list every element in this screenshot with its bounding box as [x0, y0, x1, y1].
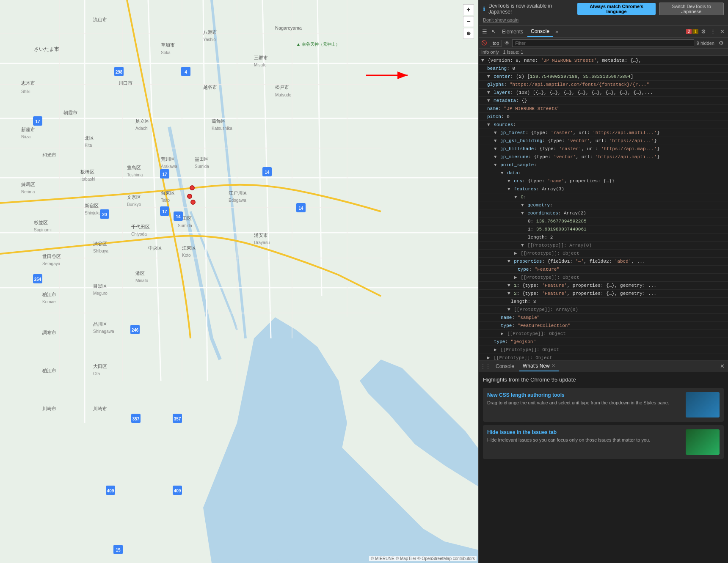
info-icon: ℹ [483, 5, 485, 12]
svg-text:Sumida: Sumida [178, 223, 192, 228]
settings-icon[interactable]: ⚙ [699, 27, 708, 36]
vertical-dots-icon[interactable]: ⋮ [709, 27, 717, 36]
console-line: center: (2) [139.7549002397188, 35.68231… [479, 73, 728, 81]
svg-text:357: 357 [174, 417, 181, 421]
svg-text:朝霞市: 朝霞市 [63, 110, 77, 115]
expand-icon[interactable] [494, 162, 497, 168]
news-card-title-1[interactable]: New CSS length authoring tools [487, 392, 681, 398]
whats-new-content: Highlights from the Chrome 95 update New… [479, 372, 728, 563]
devtools-toolbar: ☰ ↖ Elements Console » 2 1 ⚙ ⋮ ✕ [479, 26, 728, 38]
console-line: type: "geojson" [479, 338, 728, 346]
menu-icon[interactable]: ☰ [480, 27, 489, 36]
expand-icon[interactable] [494, 154, 497, 159]
tab-console[interactable]: Console [527, 27, 553, 37]
expand-icon[interactable] [507, 187, 510, 192]
expand-icon[interactable] [487, 98, 490, 103]
svg-text:Setagaya: Setagaya [42, 261, 61, 266]
recenter-button[interactable]: ⊕ [463, 28, 474, 39]
expand-icon[interactable] [514, 275, 517, 280]
console-settings-icon[interactable]: ⚙ [717, 39, 725, 47]
hidden-count: 9 hidden [697, 41, 714, 46]
console-line: coordinates: Array(2) [479, 209, 728, 217]
svg-text:Urayasu: Urayasu [254, 240, 270, 245]
expand-icon[interactable] [494, 138, 497, 143]
expand-icon[interactable] [507, 307, 510, 312]
expand-icon[interactable] [487, 355, 490, 360]
tab-elements[interactable]: Elements [499, 27, 527, 36]
svg-text:20: 20 [102, 212, 107, 217]
expand-icon[interactable] [494, 347, 497, 352]
svg-text:4: 4 [185, 70, 187, 74]
expand-icon[interactable] [507, 259, 510, 264]
svg-text:Kita: Kita [85, 143, 92, 148]
news-card-title-2[interactable]: Hide issues in the Issues tab [487, 429, 681, 435]
expand-icon[interactable] [487, 90, 490, 95]
console-tab-label: Console [496, 363, 514, 369]
console-line: metadata: {} [479, 97, 728, 105]
svg-text:Koto: Koto [182, 253, 191, 258]
expand-icon[interactable] [494, 146, 497, 151]
svg-text:文京区: 文京区 [127, 195, 141, 200]
svg-text:Shiki: Shiki [21, 89, 30, 94]
expand-icon[interactable] [521, 211, 524, 216]
svg-text:14: 14 [298, 206, 303, 211]
expand-icon[interactable] [521, 243, 524, 248]
close-devtools-button[interactable]: ✕ [718, 27, 726, 36]
console-line: data: [479, 169, 728, 177]
context-selector[interactable]: top [490, 40, 502, 47]
expand-icon[interactable] [487, 122, 490, 127]
svg-text:さいたま市: さいたま市 [34, 46, 59, 52]
news-card-desc-2: Hide irrelevant issues so you can focus … [487, 437, 681, 443]
map-marker-1 [190, 185, 195, 190]
console-line: [[Prototype]]: Array(0) [479, 306, 728, 314]
cursor-icon[interactable]: ↖ [490, 27, 498, 36]
close-tab-button[interactable]: ✕ [552, 363, 555, 368]
expand-icon[interactable] [487, 74, 490, 79]
svg-text:墨田区: 墨田区 [195, 157, 209, 162]
expand-icon[interactable] [501, 331, 504, 336]
dont-show-again-link[interactable]: Don't show again [483, 17, 518, 22]
switch-devtools-button[interactable]: Switch DevTools to Japanese [659, 3, 724, 15]
expand-icon[interactable] [514, 251, 517, 256]
svg-text:目黒区: 目黒区 [93, 283, 107, 288]
news-card-text-2: Hide issues in the Issues tab Hide irrel… [487, 429, 681, 455]
tab-console-bottom[interactable]: Console [492, 362, 518, 371]
console-output[interactable]: {version: 8, name: 'JP MIERUNE Streets',… [479, 56, 728, 360]
more-tabs-button[interactable]: » [554, 28, 560, 36]
always-match-button[interactable]: Always match Chrome's language [577, 3, 656, 15]
map-marker-3 [190, 200, 196, 205]
close-bottom-panel-button[interactable]: ✕ [718, 362, 726, 370]
svg-text:17: 17 [162, 172, 167, 177]
svg-text:川崎市: 川崎市 [42, 406, 56, 411]
expand-icon[interactable] [481, 58, 484, 63]
eye-icon[interactable]: 👁 [505, 40, 510, 46]
expand-icon[interactable] [521, 203, 524, 208]
console-filter-input[interactable] [512, 39, 694, 47]
expand-icon[interactable] [494, 130, 497, 135]
console-line: 1: 35.681980037440061 [479, 225, 728, 233]
news-card-text-1: New CSS length authoring tools Drag to c… [487, 392, 681, 417]
svg-text:Misato: Misato [254, 63, 267, 67]
svg-text:荒川区: 荒川区 [161, 157, 175, 162]
expand-icon[interactable] [507, 179, 510, 184]
expand-icon[interactable] [507, 283, 510, 288]
expand-icon[interactable] [514, 195, 517, 200]
svg-text:練馬区: 練馬区 [21, 182, 35, 187]
expand-icon[interactable] [501, 170, 504, 176]
zoom-in-button[interactable]: + [463, 4, 474, 15]
map-area[interactable]: さいたま市 流山市 Nagareyama 志木市 Shiki 草加市 Soka … [0, 0, 478, 563]
svg-text:Minato: Minato [135, 278, 148, 283]
zoom-out-button[interactable]: − [463, 16, 474, 27]
clear-console-icon[interactable]: 🚫 [481, 40, 487, 46]
issues-count: 1 Issue: 1 [503, 49, 524, 55]
tab-whats-new[interactable]: What's New ✕ [519, 361, 559, 371]
svg-text:Shibuya: Shibuya [93, 249, 109, 253]
info-bar: Info only 1 Issue: 1 [479, 49, 728, 56]
info-only-label[interactable]: Info only [481, 49, 499, 55]
svg-text:世田谷区: 世田谷区 [42, 254, 61, 259]
expand-icon[interactable] [507, 291, 510, 296]
svg-text:新座市: 新座市 [21, 127, 35, 132]
map-marker-2 [187, 194, 192, 199]
svg-text:14: 14 [176, 214, 181, 219]
svg-text:Katsushika: Katsushika [212, 126, 232, 131]
